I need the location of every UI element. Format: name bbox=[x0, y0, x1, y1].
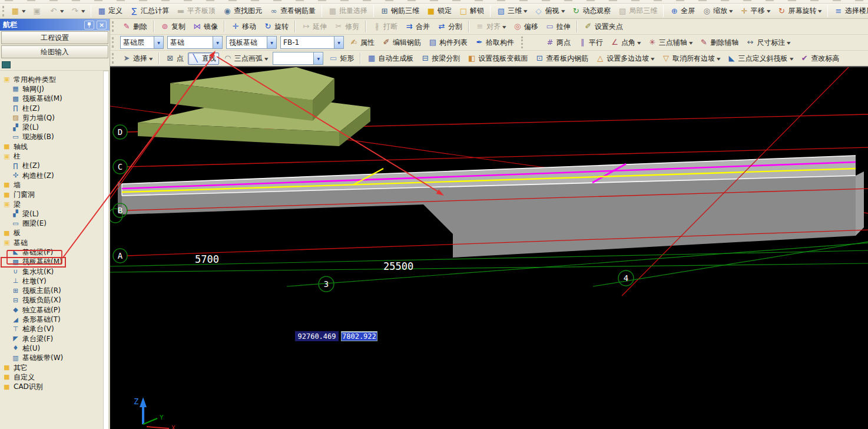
move-button[interactable]: ✛移动 bbox=[228, 21, 259, 33]
tree-item[interactable]: ■其它 bbox=[1, 363, 110, 372]
floor-combo[interactable]: 基础层▼ bbox=[120, 36, 164, 49]
copy-button[interactable]: ⊚复制 bbox=[157, 21, 188, 33]
tree-item[interactable]: ▩筏板基础(M) bbox=[1, 94, 110, 104]
unlock-button[interactable]: □解锁 bbox=[456, 5, 487, 17]
tab-project-settings[interactable]: 工程设置 bbox=[1, 31, 108, 44]
tree-item[interactable]: ⊤桩承台(V) bbox=[1, 325, 110, 334]
check-elevation-button[interactable]: ✔查改标高 bbox=[797, 52, 842, 65]
open-folder-button[interactable]: ▦▼ bbox=[8, 5, 28, 17]
tree-item[interactable]: ▨剪力墙(Q) bbox=[1, 113, 110, 123]
3d-viewport[interactable]: D C B A 3 4 5700 25500 Z Y bbox=[110, 67, 868, 429]
merge-button[interactable]: ⇉合并 bbox=[402, 21, 433, 33]
tree-item[interactable]: ▣柱 bbox=[1, 151, 110, 161]
view-rebar-qty-button[interactable]: ∞查看钢筋量 bbox=[266, 5, 319, 17]
delete-button[interactable]: ✎删除 bbox=[119, 21, 150, 33]
two-point-button[interactable]: #两点 bbox=[542, 37, 574, 49]
coordinate-y-input[interactable]: 7802.922 bbox=[341, 331, 377, 341]
chevron-down-icon[interactable]: ▼ bbox=[267, 37, 276, 48]
properties-button[interactable]: ✍属性 bbox=[346, 37, 377, 49]
category-combo[interactable]: 基础▼ bbox=[167, 36, 223, 49]
top-view-button[interactable]: ◇俯视▼ bbox=[531, 5, 568, 17]
line-button[interactable]: ╲直线 bbox=[188, 52, 219, 65]
tree-item[interactable]: ▭现浇板(B) bbox=[1, 133, 110, 142]
tree-item[interactable]: ▭圈梁(E) bbox=[1, 219, 110, 228]
tree-item[interactable]: ▩筏板基础(M) bbox=[1, 258, 65, 267]
align-button[interactable]: ≡对齐▼ bbox=[472, 21, 509, 33]
slanted-raft-button[interactable]: ◣三点定义斜筏板▼ bbox=[724, 52, 796, 65]
tree-item[interactable]: ■门窗洞 bbox=[1, 190, 110, 200]
rect-button[interactable]: ▭矩形 bbox=[326, 52, 357, 65]
rotate-button[interactable]: ↻旋转 bbox=[260, 21, 291, 33]
define-button[interactable]: ▦定义 bbox=[94, 5, 125, 17]
parallel-button[interactable]: ∥平行 bbox=[575, 37, 606, 49]
lock-button[interactable]: ■锁定 bbox=[423, 5, 455, 17]
rebar-3d-button[interactable]: ⊞钢筋三维 bbox=[377, 5, 422, 17]
break-button[interactable]: ∦打断 bbox=[369, 21, 400, 33]
tree-item[interactable]: ◆独立基础(P) bbox=[1, 305, 110, 315]
point-button[interactable]: ⊠点 bbox=[163, 52, 187, 65]
tree-item[interactable]: ✣构造柱(Z) bbox=[1, 171, 110, 180]
tree-item[interactable]: ▞梁(L) bbox=[1, 209, 110, 219]
chevron-down-icon[interactable]: ▼ bbox=[313, 52, 323, 64]
select-floor-button[interactable]: ≡选择楼层 bbox=[831, 5, 868, 17]
raft-slab-3d[interactable] bbox=[118, 156, 864, 258]
partial-3d-button[interactable]: ▧局部三维 bbox=[615, 5, 660, 17]
tab-drawing-input[interactable]: 绘图输入 bbox=[1, 45, 108, 58]
split-button[interactable]: ⇄分割 bbox=[434, 21, 465, 33]
stretch-button[interactable]: ▭拉伸 bbox=[542, 21, 574, 33]
tree-item[interactable]: ⊟筏板负筋(X) bbox=[1, 296, 110, 305]
component-name-combo[interactable]: FB-1▼ bbox=[280, 36, 344, 49]
offset-button[interactable]: ◎偏移 bbox=[510, 21, 541, 33]
tree-item[interactable]: ■CAD识别 bbox=[1, 382, 110, 392]
tree-item[interactable]: ■墙 bbox=[1, 180, 110, 190]
tree-item[interactable]: ▣基础 bbox=[1, 238, 110, 248]
tree-item[interactable]: ◤承台梁(F) bbox=[1, 334, 110, 344]
tree-item[interactable]: ∪集水坑(K) bbox=[1, 267, 110, 276]
delete-aux-button[interactable]: ✎删除辅轴 bbox=[696, 37, 741, 49]
component-type-combo[interactable]: 筏板基础▼ bbox=[226, 36, 277, 49]
close-panel-button[interactable]: × bbox=[97, 21, 107, 29]
view-slab-rebar-button[interactable]: ⊡查看板内钢筋 bbox=[532, 52, 591, 65]
tree-item[interactable]: ∏柱(Z) bbox=[1, 104, 110, 113]
set-grips-button[interactable]: ✐设置夹点 bbox=[581, 21, 626, 33]
pin-button[interactable] bbox=[84, 21, 94, 29]
rotate-screen-button[interactable]: ↻屏幕旋转▼ bbox=[774, 5, 824, 17]
orbit-button[interactable]: ↻动态观察 bbox=[568, 5, 614, 17]
fullscreen-button[interactable]: ⊕全屏 bbox=[667, 5, 698, 17]
extend-button[interactable]: ↦延伸 bbox=[299, 21, 330, 33]
chevron-down-icon[interactable]: ▼ bbox=[154, 37, 163, 48]
find-element-button[interactable]: ◉查找图元 bbox=[220, 5, 265, 17]
edit-rebar-button[interactable]: ✐编辑钢筋 bbox=[379, 37, 424, 49]
stepped-foundation-3d[interactable] bbox=[138, 67, 370, 146]
trim-button[interactable]: ✂修剪 bbox=[331, 21, 362, 33]
tree-item[interactable]: ∏柱(Z) bbox=[1, 161, 110, 171]
component-list-button[interactable]: ▤构件列表 bbox=[425, 37, 471, 49]
curve-style-combo[interactable]: ▼ bbox=[273, 52, 323, 65]
batch-select-button[interactable]: ▦批量选择 bbox=[325, 5, 370, 17]
tree-item[interactable]: ◢条形基础(T) bbox=[1, 315, 110, 324]
arc-button[interactable]: ◠三点画弧▼ bbox=[220, 52, 271, 65]
undo-button[interactable]: ↶▼ bbox=[46, 5, 67, 17]
tree-item[interactable]: ▦轴网(J) bbox=[1, 84, 110, 94]
tree-item[interactable]: ▣梁 bbox=[1, 200, 110, 209]
tree-item[interactable]: ■轴线 bbox=[1, 142, 110, 151]
point-angle-button[interactable]: ∠点角▼ bbox=[607, 37, 644, 49]
cube-3d-button[interactable]: ▧三维▼ bbox=[493, 5, 530, 17]
dimension-button[interactable]: ↔尺寸标注▼ bbox=[743, 37, 793, 49]
tree-item[interactable]: ◣基础梁(F) bbox=[1, 248, 110, 257]
collapse-panel-icon[interactable] bbox=[2, 61, 11, 68]
tree-item[interactable]: ▞梁(L) bbox=[1, 123, 110, 132]
chevron-down-icon[interactable]: ▼ bbox=[213, 37, 222, 48]
tree-item[interactable]: ■板 bbox=[1, 229, 110, 238]
tree-item[interactable]: ■自定义 bbox=[1, 372, 110, 382]
chevron-down-icon[interactable]: ▼ bbox=[334, 37, 343, 48]
tree-item[interactable]: ▣常用构件类型 bbox=[1, 75, 110, 84]
pick-component-button[interactable]: ✒拾取构件 bbox=[472, 37, 517, 49]
save-button[interactable]: ▣ bbox=[29, 5, 45, 17]
multi-edge-slope-button[interactable]: △设置多边边坡▼ bbox=[592, 52, 657, 65]
auto-generate-button[interactable]: ▦自动生成板 bbox=[364, 52, 416, 65]
sum-calc-button[interactable]: ∑汇总计算 bbox=[127, 5, 172, 17]
zoom-button[interactable]: ◎缩放▼ bbox=[699, 5, 736, 17]
raft-section-button[interactable]: ◧设置筏板变截面 bbox=[464, 52, 531, 65]
select-button[interactable]: ➤选择▼ bbox=[119, 52, 155, 65]
